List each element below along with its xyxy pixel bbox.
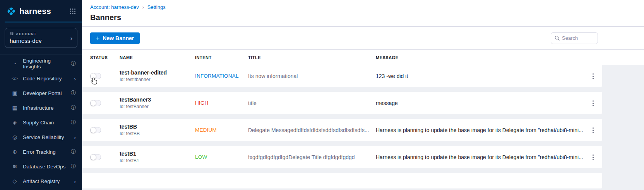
table-header: STATUS NAME INTENT TITLE MESSAGE	[82, 50, 644, 65]
banner-message: 123 -we did it	[376, 73, 584, 79]
column-header-title: TITLE	[248, 55, 376, 60]
sidebar-item-label: Database DevOps	[23, 164, 65, 170]
engineering-insights-icon: ◔	[11, 61, 19, 67]
code-repository-icon: </>	[11, 76, 19, 81]
toggle-knob	[91, 100, 96, 106]
table-row[interactable]: test-banner-edited Id: testitbanner INFO…	[82, 65, 602, 87]
banner-name: testBB	[120, 124, 195, 130]
search-box[interactable]	[551, 32, 598, 44]
table-row[interactable]: testB1 Id: testB1 LOW fxgdfgdfgdfgdfgdDe…	[82, 146, 602, 168]
sidebar-item-artifact-registry[interactable]: ◇ Artifact Registry ›	[0, 174, 82, 188]
sidebar-item-engineering-insights[interactable]: ◔ Engineering Insights ⓘ	[0, 56, 82, 71]
banner-intent: MEDIUM	[195, 127, 248, 133]
banner-title: Its now informational	[248, 73, 376, 79]
developer-portal-icon: ▣	[11, 90, 19, 96]
sidebar-item-label: Code Repository	[23, 76, 62, 81]
info-icon[interactable]: ⓘ	[71, 148, 76, 155]
database-devops-icon: ≋	[11, 163, 19, 170]
row-menu-icon[interactable]	[591, 126, 595, 135]
banner-id: Id: testB1	[120, 158, 195, 163]
sidebar-item-code-repository[interactable]: </> Code Repository ›	[0, 71, 82, 86]
banner-message: Harness is planning to update the base i…	[376, 127, 584, 133]
sidebar-item-developer-portal[interactable]: ▣ Developer Portal ⓘ	[0, 86, 82, 100]
logo-underline	[5, 22, 82, 22]
status-toggle[interactable]	[90, 154, 101, 160]
sidebar-item-label: Artifact Registry	[23, 178, 60, 184]
sidebar-item-service-reliability[interactable]: ◎ Service Reliability ›	[0, 130, 82, 144]
info-icon[interactable]: ⓘ	[71, 104, 76, 111]
main-content: Account: harness-dev › Settings Banners …	[82, 0, 644, 190]
status-toggle[interactable]	[90, 100, 101, 106]
page-header: Account: harness-dev › Settings Banners	[82, 0, 644, 27]
page-title: Banners	[90, 13, 636, 22]
sidebar-item-label: Supply Chain	[23, 120, 54, 126]
chevron-right-icon: ›	[74, 75, 76, 82]
sidebar-item-error-tracking[interactable]: ⊕ Error Tracking ⓘ	[0, 144, 82, 159]
sidebar-item-label: Error Tracking	[23, 149, 56, 155]
column-header-message: MESSAGE	[376, 55, 625, 60]
app-grid-icon[interactable]	[70, 8, 76, 14]
banner-intent: HIGH	[195, 100, 248, 106]
info-icon[interactable]: ⓘ	[71, 60, 76, 67]
breadcrumb-separator: ›	[142, 5, 144, 10]
row-menu-icon[interactable]	[591, 153, 595, 162]
banner-intent: INFORMATIONAL	[195, 73, 248, 79]
status-toggle[interactable]	[90, 73, 101, 79]
sidebar-nav: ◔ Engineering Insights ⓘ </> Code Reposi…	[0, 54, 82, 190]
sidebar-item-label: Infrastructure	[23, 105, 54, 111]
status-toggle[interactable]	[90, 127, 101, 133]
toggle-knob	[91, 127, 96, 133]
banner-title: fxgdfgdfgdfgdfgdDelegate Title dfgfdgdfg…	[248, 154, 376, 160]
sidebar-item-label: Service Reliability	[23, 134, 64, 140]
search-icon	[555, 36, 560, 41]
banner-title: Delegate Messagedfdffdsfdfdsfsddfsdfsdfs…	[248, 127, 376, 133]
banner-name: testB1	[120, 151, 195, 157]
sidebar-item-database-devops[interactable]: ≋ Database DevOps ⓘ	[0, 159, 82, 174]
sidebar-item-label: Developer Portal	[23, 90, 62, 96]
account-name: harness-dev	[10, 37, 70, 44]
banner-id: Id: testitbanner	[120, 77, 195, 82]
table-row-partial[interactable]	[82, 173, 602, 188]
account-selector[interactable]: ACCOUNT harness-dev ›	[5, 28, 77, 48]
sidebar: harness ACCOUNT harness-dev › ◔ E	[0, 0, 82, 190]
banner-table: test-banner-edited Id: testitbanner INFO…	[82, 65, 644, 190]
banner-intent: LOW	[195, 154, 248, 160]
row-menu-icon[interactable]	[591, 99, 595, 108]
row-menu-icon[interactable]	[591, 72, 595, 81]
banner-id: Id: testBanner	[120, 104, 195, 109]
banner-message: message	[376, 100, 584, 106]
chevron-right-icon: ›	[74, 178, 76, 185]
breadcrumb: Account: harness-dev › Settings	[90, 4, 636, 10]
harness-logo-icon	[6, 6, 16, 16]
breadcrumb-settings-link[interactable]: Settings	[147, 4, 166, 10]
logo-row: harness	[0, 0, 82, 21]
banner-name: test-banner-edited	[120, 70, 195, 76]
banner-name: testBanner3	[120, 97, 195, 103]
search-input[interactable]	[562, 35, 594, 41]
banner-title: title	[248, 100, 376, 106]
error-tracking-icon: ⊕	[11, 149, 19, 155]
banner-message: Harness is planning to update the base i…	[376, 154, 584, 160]
account-layers-icon	[10, 32, 14, 36]
info-icon[interactable]: ⓘ	[71, 163, 76, 170]
logo-text: harness	[19, 7, 67, 16]
info-icon[interactable]: ⓘ	[71, 90, 76, 97]
chevron-right-icon: ›	[74, 134, 76, 141]
toolbar: + New Banner	[82, 27, 644, 50]
breadcrumb-account-link[interactable]: Account: harness-dev	[90, 4, 139, 10]
account-label: ACCOUNT	[16, 32, 36, 36]
new-banner-button[interactable]: + New Banner	[90, 32, 140, 44]
sidebar-item-label: Engineering Insights	[23, 58, 67, 70]
plus-icon: +	[96, 35, 99, 42]
sidebar-item-infrastructure[interactable]: ▦ Infrastructure ⓘ	[0, 100, 82, 115]
sidebar-item-supply-chain[interactable]: ◈ Supply Chain ⓘ	[0, 115, 82, 130]
column-header-name: NAME	[120, 55, 195, 60]
artifact-registry-icon: ◇	[11, 178, 19, 184]
supply-chain-icon: ◈	[11, 119, 19, 126]
column-header-intent: INTENT	[195, 55, 248, 60]
info-icon[interactable]: ⓘ	[71, 119, 76, 126]
table-row[interactable]: testBanner3 Id: testBanner HIGH title me…	[82, 92, 602, 114]
new-banner-label: New Banner	[103, 35, 134, 41]
table-row[interactable]: testBB Id: testBB MEDIUM Delegate Messag…	[82, 119, 602, 141]
toggle-knob	[91, 154, 96, 160]
